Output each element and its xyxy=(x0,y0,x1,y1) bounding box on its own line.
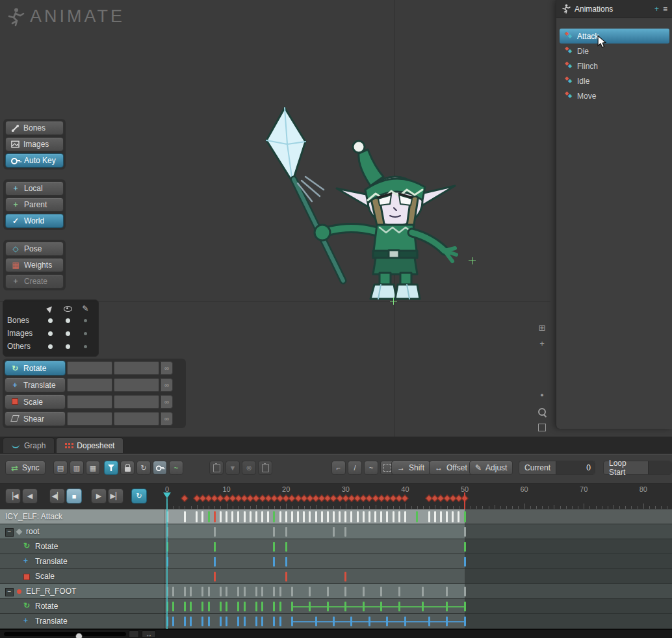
keyframe-tick[interactable] xyxy=(446,511,448,522)
keyframe-tick[interactable] xyxy=(267,511,269,522)
keyframe-tick[interactable] xyxy=(344,587,346,596)
keyframe-tick[interactable] xyxy=(279,587,281,596)
shear-y-field[interactable] xyxy=(114,412,159,426)
clipboard-copy-button[interactable]: ▤ xyxy=(53,461,68,475)
loop-start-field[interactable] xyxy=(648,461,671,474)
step-forward-button[interactable]: ▶▏ xyxy=(108,489,123,504)
visible-toggle[interactable] xyxy=(66,318,70,323)
auto-key-button[interactable]: Auto Key xyxy=(5,153,64,168)
keyframe-tick[interactable] xyxy=(190,602,192,611)
rotate-tool-button[interactable]: ↻ Rotate xyxy=(5,361,66,376)
keyframe-tick[interactable] xyxy=(327,587,329,596)
keyframe-tick[interactable] xyxy=(446,587,448,596)
weights-button[interactable]: ▦ Weights xyxy=(5,258,64,272)
keyframe-tick[interactable] xyxy=(333,617,335,626)
paste-keys-button[interactable]: ▼ xyxy=(226,461,240,475)
animation-item-idle[interactable]: Idle xyxy=(560,73,669,88)
play-button[interactable]: ▶ xyxy=(91,489,107,504)
keyframe-tick[interactable] xyxy=(344,511,346,522)
keyframe-tick[interactable] xyxy=(261,587,263,596)
keyframe-tick[interactable] xyxy=(214,527,216,537)
keyframe-tick[interactable] xyxy=(184,617,186,626)
bone-row-root[interactable]: −root xyxy=(0,524,672,539)
visible-toggle[interactable] xyxy=(66,344,70,349)
property-row-rotate[interactable]: ↻Rotate xyxy=(0,539,672,554)
keyframe-tick[interactable] xyxy=(214,572,216,581)
tab-dopesheet[interactable]: Dopesheet xyxy=(56,437,123,453)
keyframe-tick[interactable] xyxy=(464,527,466,537)
keyframe-tick[interactable] xyxy=(464,587,466,596)
property-row-translate[interactable]: +Translate xyxy=(0,614,672,629)
create-button[interactable]: + Create xyxy=(5,274,64,288)
keyframe-tick[interactable] xyxy=(226,511,227,522)
select-toggle[interactable] xyxy=(48,331,53,336)
keyframe-tick[interactable] xyxy=(297,511,299,522)
keyframe-tick[interactable] xyxy=(237,617,239,626)
delete-keys-button[interactable]: ⊗ xyxy=(242,461,256,475)
keyframe-tick[interactable] xyxy=(380,511,382,522)
keyframe-tick[interactable] xyxy=(237,511,239,522)
keyframe-tick[interactable] xyxy=(255,602,257,611)
keyframe-tick[interactable] xyxy=(214,557,216,567)
keyframe-tick[interactable] xyxy=(273,557,275,567)
collapse-toggle[interactable]: − xyxy=(5,528,14,537)
keyframe-tick[interactable] xyxy=(344,527,346,537)
zoom-slider-knob[interactable] xyxy=(75,633,83,638)
copy-keys-button[interactable] xyxy=(209,461,224,475)
edit-toggle[interactable] xyxy=(84,319,87,322)
hand-target-marker[interactable] xyxy=(469,257,476,264)
keyframe-tick[interactable] xyxy=(226,617,227,626)
keyframe-tick[interactable] xyxy=(333,527,335,537)
animation-item-die[interactable]: Die xyxy=(560,44,669,58)
keyframe-tick[interactable] xyxy=(285,527,287,537)
elf-character[interactable] xyxy=(260,104,487,312)
add-animation-icon[interactable]: + xyxy=(654,5,659,14)
keyframe-tick[interactable] xyxy=(208,511,210,522)
clipboard-paste-button[interactable]: ▥ xyxy=(70,461,84,475)
keyframe-tick[interactable] xyxy=(261,617,263,626)
skip-to-start-button[interactable]: ▕◀ xyxy=(5,489,21,504)
visibility-row-images[interactable]: Images xyxy=(7,327,94,340)
translate-link-button[interactable]: ∞ xyxy=(161,378,173,392)
keyframe-tick[interactable] xyxy=(393,511,394,522)
scale-y-field[interactable] xyxy=(114,395,159,409)
keyframe-tick[interactable] xyxy=(309,587,311,596)
keyframe-tick[interactable] xyxy=(285,557,287,567)
translate-tool-button[interactable]: + Translate xyxy=(5,377,66,392)
keyframe-tick[interactable] xyxy=(350,511,352,522)
pan-mode-button[interactable]: ↔ xyxy=(142,630,156,638)
keyframe-tick[interactable] xyxy=(458,511,459,522)
keyframe-tick[interactable] xyxy=(201,587,203,596)
keyframe-tick[interactable] xyxy=(363,511,365,522)
keyframe-tick[interactable] xyxy=(357,511,359,522)
keyframe-tick[interactable] xyxy=(428,511,430,522)
rotate-value-field-2[interactable] xyxy=(114,361,159,375)
keyframe-tick[interactable] xyxy=(386,617,388,626)
rotate-value-field[interactable] xyxy=(67,361,112,375)
zoom-in-button[interactable]: + xyxy=(536,337,549,349)
keyframe-tick[interactable] xyxy=(434,511,436,522)
keyframe-diamond[interactable] xyxy=(402,494,409,502)
keyframe-tick[interactable] xyxy=(464,602,466,611)
duplicate-keys-button[interactable] xyxy=(258,461,272,475)
keyframe-tick[interactable] xyxy=(208,602,210,611)
keyframe-tick[interactable] xyxy=(255,617,257,626)
keyframe-tick[interactable] xyxy=(464,557,466,567)
keyframe-tick[interactable] xyxy=(244,587,246,596)
sync-button[interactable]: ⇄ Sync xyxy=(5,461,45,475)
keyframe-tick[interactable] xyxy=(344,572,346,581)
keyframe-tick[interactable] xyxy=(172,617,174,626)
filter-button[interactable] xyxy=(104,461,118,475)
keyframe-tick[interactable] xyxy=(350,617,352,626)
translate-x-field[interactable] xyxy=(67,378,112,392)
keyframe-tick[interactable] xyxy=(220,587,222,596)
select-toggle[interactable] xyxy=(48,318,53,323)
keyframe-tick[interactable] xyxy=(315,511,317,522)
keyframe-tick[interactable] xyxy=(214,542,216,552)
keyframe-tick[interactable] xyxy=(404,617,406,626)
keyframe-tick[interactable] xyxy=(226,587,227,596)
keyframe-tick[interactable] xyxy=(285,572,287,581)
keyframe-tick[interactable] xyxy=(261,602,263,611)
keyframe-tick[interactable] xyxy=(416,511,418,522)
keyframe-tick[interactable] xyxy=(214,511,216,522)
